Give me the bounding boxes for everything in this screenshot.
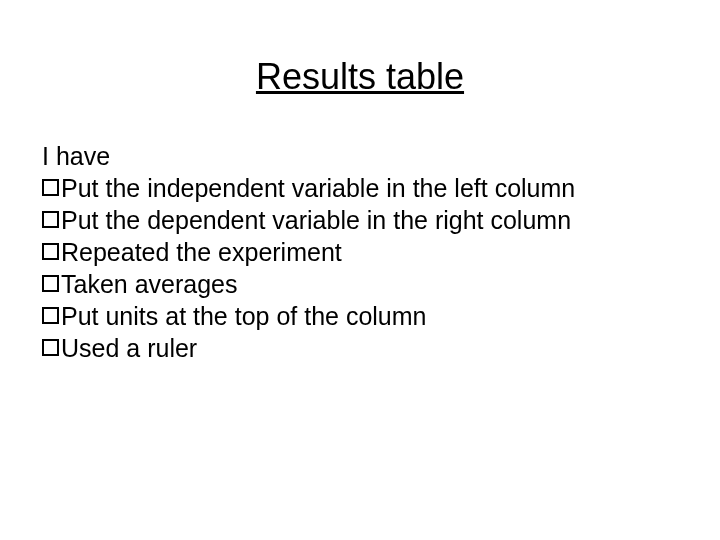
list-item-label: Used a ruler	[61, 332, 197, 364]
list-item: Used a ruler	[42, 332, 720, 364]
checkbox-icon	[42, 339, 59, 356]
checkbox-icon	[42, 243, 59, 260]
list-item: Put the dependent variable in the right …	[42, 204, 720, 236]
list-item: Put the independent variable in the left…	[42, 172, 720, 204]
list-item-label: Repeated the experiment	[61, 236, 342, 268]
list-item: Put units at the top of the column	[42, 300, 720, 332]
intro-text: I have	[42, 140, 720, 172]
checkbox-icon	[42, 211, 59, 228]
list-item-label: Taken averages	[61, 268, 238, 300]
checkbox-icon	[42, 275, 59, 292]
list-item: Repeated the experiment	[42, 236, 720, 268]
list-item: Taken averages	[42, 268, 720, 300]
checkbox-icon	[42, 307, 59, 324]
checkbox-icon	[42, 179, 59, 196]
slide: Results table I have Put the independent…	[0, 0, 720, 540]
list-item-label: Put the dependent variable in the right …	[61, 204, 571, 236]
slide-content: I have Put the independent variable in t…	[0, 140, 720, 364]
list-item-label: Put units at the top of the column	[61, 300, 427, 332]
slide-title: Results table	[0, 56, 720, 98]
list-item-label: Put the independent variable in the left…	[61, 172, 575, 204]
